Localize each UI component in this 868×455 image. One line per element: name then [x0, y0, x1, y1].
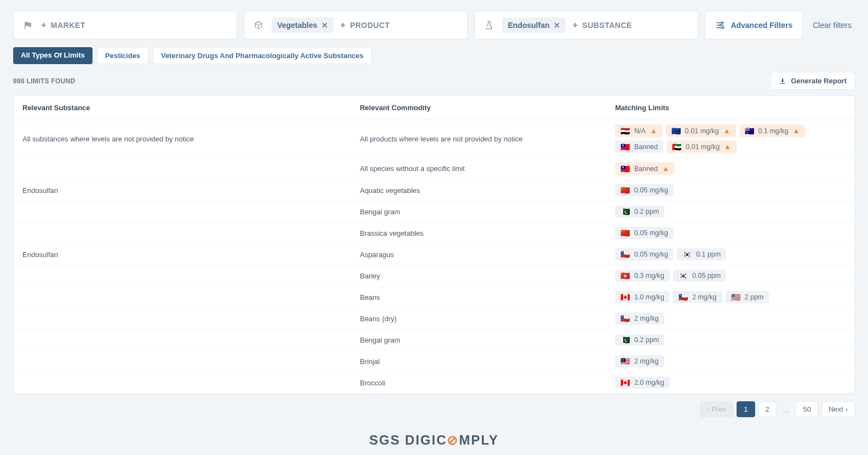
tabs-row: All Types Of LimitsPesticidesVeterinary … [13, 47, 855, 64]
flag-icon: 🇭🇰 [620, 272, 630, 280]
download-icon [779, 77, 786, 85]
limit-value: 0.01 mg/kg [685, 127, 719, 135]
svg-point-1 [720, 25, 722, 26]
cell-commodity: All species without a specific limit [360, 164, 615, 173]
advanced-filters-label: Advanced Filters [731, 21, 792, 30]
column-limits: Matching Limits [615, 104, 846, 112]
generate-report-button[interactable]: Generate Report [771, 72, 855, 90]
page-last[interactable]: 50 [796, 401, 818, 417]
limit-badge[interactable]: 🇵🇰0.2 ppm [615, 206, 664, 218]
page-1[interactable]: 1 [737, 401, 755, 417]
limit-badge[interactable]: 🇨🇦2.0 mg/kg [615, 377, 670, 389]
limit-badge[interactable]: 🇹🇼Banned [615, 140, 663, 153]
plus-icon: + [572, 20, 578, 30]
chevron-right-icon: › [846, 405, 848, 413]
table-row: Brinjal🇲🇾2 mg/kg [14, 351, 854, 372]
flag-icon: 🇨🇳 [620, 186, 630, 194]
limit-badge[interactable]: 🇵🇰0.2 ppm [615, 334, 664, 346]
product-chip-label: Vegetables [277, 21, 317, 30]
cell-limits: 🇨🇳0.05 mg/kg [615, 184, 846, 196]
next-button[interactable]: Next › [821, 401, 855, 417]
flag-icon: 🇰🇷 [679, 272, 688, 280]
cell-substance: Endosulfan [22, 251, 360, 259]
cell-commodity: Broccoli [360, 379, 615, 387]
limit-badge[interactable]: 🇺🇸2 ppm [726, 291, 769, 303]
limit-badge[interactable]: 🇦🇺0.1 mg/kg▲ [739, 124, 806, 137]
limit-value: 2 mg/kg [634, 357, 658, 365]
limit-badge[interactable]: 🇨🇳0.05 mg/kg [615, 184, 674, 196]
filters-row: + MARKET Vegetables ✕ + PRODUCT Endosulf… [13, 11, 855, 39]
brand-part1: SGS DIGIC [369, 433, 447, 448]
flag-icon [21, 19, 35, 32]
advanced-filters-button[interactable]: Advanced Filters [705, 11, 803, 39]
cell-limits: 🇨🇳0.05 mg/kg [615, 227, 846, 239]
clear-filters-link[interactable]: Clear filters [809, 21, 855, 30]
cell-commodity: Bengal gram [360, 336, 615, 344]
cube-icon [252, 19, 265, 32]
limit-value: 2.0 mg/kg [634, 379, 664, 386]
limit-badge[interactable]: 🇨🇱0.05 mg/kg [615, 248, 674, 260]
limit-badge[interactable]: 🇲🇾2 mg/kg [615, 355, 664, 367]
flag-icon: 🇹🇼 [620, 165, 630, 173]
cell-limits: 🇨🇱2 mg/kg [615, 312, 846, 325]
limit-badge[interactable]: 🇨🇱2 mg/kg [673, 291, 722, 303]
add-market-button[interactable]: + MARKET [41, 20, 85, 30]
add-substance-button[interactable]: + SUBSTANCE [572, 20, 631, 30]
tab-pesticides[interactable]: Pesticides [97, 47, 148, 64]
limit-value: 0.3 mg/kg [634, 272, 664, 280]
flag-icon: 🇪🇺 [671, 127, 681, 135]
flag-icon: 🇹🇼 [620, 143, 630, 151]
brand-symbol-icon: ⊘ [447, 433, 459, 448]
limit-value: 2 mg/kg [692, 293, 716, 301]
tab-all-types-of-limits[interactable]: All Types Of Limits [13, 47, 93, 64]
limit-value: 0.2 ppm [634, 336, 659, 344]
remove-substance-chip-button[interactable]: ✕ [554, 21, 560, 29]
flag-icon: 🇦🇪 [672, 143, 681, 151]
limit-badge[interactable]: 🇦🇪0.01 mg/kg▲ [666, 140, 737, 153]
limit-badge[interactable]: 🇨🇳0.05 mg/kg [615, 227, 674, 239]
cell-limits: 🇨🇦1.0 mg/kg🇨🇱2 mg/kg🇺🇸2 ppm [615, 291, 846, 303]
flag-icon: 🇲🇾 [620, 357, 630, 365]
cell-commodity: Asparagus [360, 251, 615, 259]
cell-commodity: All products where levels are not provid… [360, 135, 615, 143]
cell-limits: 🇵🇰0.2 ppm [615, 206, 846, 218]
table-row: Barley🇭🇰0.3 mg/kg🇰🇷0.05 ppm [14, 265, 854, 287]
limit-badge[interactable]: 🇹🇼Banned▲ [615, 162, 675, 175]
brand-logo: SGS DIGIC ⊘ MPLY [13, 433, 855, 448]
cell-commodity: Brinjal [360, 357, 615, 366]
limit-badge[interactable]: 🇰🇷0.05 ppm [673, 270, 726, 282]
table-row: Bengal gram🇵🇰0.2 ppm [14, 329, 854, 351]
limit-badge[interactable]: 🇨🇱2 mg/kg [615, 312, 664, 325]
limit-badge[interactable]: 🇰🇷0.1 ppm [677, 248, 726, 260]
limit-badge[interactable]: 🇪🇬N/A▲ [615, 124, 663, 137]
flag-icon: 🇨🇳 [620, 229, 630, 237]
page-2[interactable]: 2 [758, 401, 777, 417]
limit-value: 0.05 ppm [692, 272, 721, 280]
results-table: Relevant Substance Relevant Commodity Ma… [13, 95, 855, 394]
warning-icon: ▲ [650, 127, 657, 135]
remove-product-chip-button[interactable]: ✕ [321, 21, 328, 29]
cell-commodity: Beans (dry) [360, 315, 615, 323]
cell-limits: 🇹🇼Banned▲ [615, 162, 846, 175]
meta-row: 986 LIMITS FOUND Generate Report [13, 72, 855, 90]
limit-badge[interactable]: 🇨🇦1.0 mg/kg [615, 291, 670, 303]
limit-value: 2 mg/kg [634, 315, 658, 322]
warning-icon: ▲ [792, 127, 800, 135]
tab-veterinary-drugs-and-pharmacologically-active-substances[interactable]: Veterinary Drugs And Pharmacologically A… [153, 47, 372, 64]
limit-badge[interactable]: 🇭🇰0.3 mg/kg [615, 270, 670, 282]
limit-badge[interactable]: 🇪🇺0.01 mg/kg▲ [666, 124, 736, 137]
cell-limits: 🇨🇦2.0 mg/kg [615, 377, 846, 389]
substance-chip: Endosulfan ✕ [502, 18, 566, 33]
cell-substance: All substances where levels are not prov… [22, 135, 360, 143]
limit-value: 0.05 mg/kg [634, 186, 668, 194]
table-row: Bengal gram🇵🇰0.2 ppm [14, 201, 854, 223]
limit-value: 0.1 ppm [696, 251, 721, 258]
flag-icon: 🇨🇱 [679, 293, 688, 301]
table-row: Beans🇨🇦1.0 mg/kg🇨🇱2 mg/kg🇺🇸2 ppm [14, 287, 854, 308]
plus-icon: + [340, 20, 346, 30]
add-product-button[interactable]: + PRODUCT [340, 20, 390, 30]
limit-value: 0.2 ppm [634, 208, 659, 215]
limit-value: Banned [634, 143, 658, 151]
cell-commodity: Beans [360, 293, 615, 302]
market-placeholder: MARKET [51, 21, 85, 30]
